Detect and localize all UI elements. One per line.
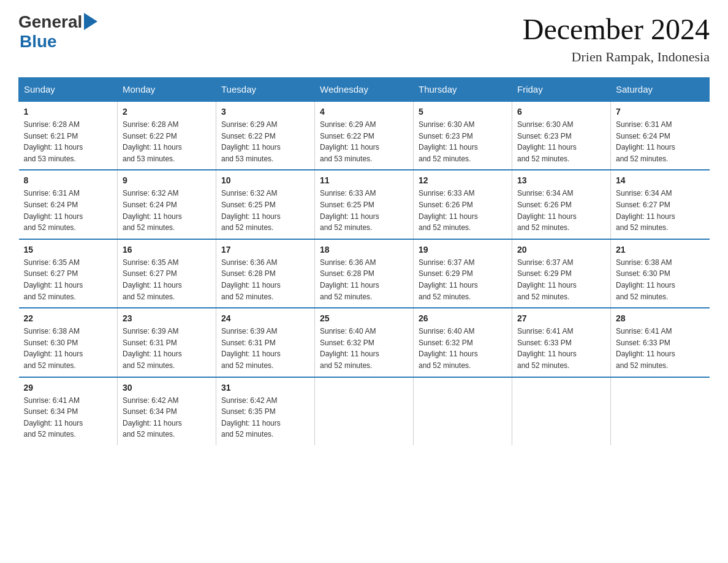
day-cell [414,377,512,445]
day-cell: 22 Sunrise: 6:38 AM Sunset: 6:30 PM Dayl… [19,308,118,377]
day-cell: 30 Sunrise: 6:42 AM Sunset: 6:34 PM Dayl… [118,377,216,445]
day-info: Sunrise: 6:28 AM Sunset: 6:22 PM Dayligh… [123,119,211,164]
day-info: Sunrise: 6:33 AM Sunset: 6:26 PM Dayligh… [419,188,507,233]
day-info: Sunrise: 6:40 AM Sunset: 6:32 PM Dayligh… [320,326,408,371]
day-info: Sunrise: 6:36 AM Sunset: 6:28 PM Dayligh… [320,257,408,302]
week-row-3: 15 Sunrise: 6:35 AM Sunset: 6:27 PM Dayl… [19,239,710,308]
day-number: 3 [221,107,309,117]
col-saturday: Saturday [611,78,710,102]
day-cell: 20 Sunrise: 6:37 AM Sunset: 6:29 PM Dayl… [512,239,611,308]
day-number: 1 [24,107,113,117]
day-info: Sunrise: 6:31 AM Sunset: 6:24 PM Dayligh… [616,119,705,164]
week-row-2: 8 Sunrise: 6:31 AM Sunset: 6:24 PM Dayli… [19,170,710,239]
day-info: Sunrise: 6:31 AM Sunset: 6:24 PM Dayligh… [24,188,113,233]
logo-arrow-icon [84,13,97,30]
day-info: Sunrise: 6:35 AM Sunset: 6:27 PM Dayligh… [24,257,113,302]
day-cell: 26 Sunrise: 6:40 AM Sunset: 6:32 PM Dayl… [414,308,512,377]
week-row-5: 29 Sunrise: 6:41 AM Sunset: 6:34 PM Dayl… [19,377,710,445]
day-number: 20 [517,245,605,255]
day-info: Sunrise: 6:42 AM Sunset: 6:35 PM Dayligh… [221,395,309,440]
day-cell: 29 Sunrise: 6:41 AM Sunset: 6:34 PM Dayl… [19,377,118,445]
day-number: 27 [517,313,605,323]
day-cell: 27 Sunrise: 6:41 AM Sunset: 6:33 PM Dayl… [512,308,611,377]
day-info: Sunrise: 6:39 AM Sunset: 6:31 PM Dayligh… [221,326,309,371]
day-cell [611,377,710,445]
day-info: Sunrise: 6:35 AM Sunset: 6:27 PM Dayligh… [123,257,211,302]
day-number: 28 [616,313,705,323]
day-info: Sunrise: 6:38 AM Sunset: 6:30 PM Dayligh… [24,326,113,371]
day-number: 7 [616,107,705,117]
month-title: December 2024 [523,12,710,46]
col-tuesday: Tuesday [216,78,315,102]
day-cell: 4 Sunrise: 6:29 AM Sunset: 6:22 PM Dayli… [315,101,414,170]
day-number: 10 [221,175,309,185]
col-thursday: Thursday [414,78,512,102]
day-number: 14 [616,175,705,185]
svg-marker-0 [84,13,97,30]
day-number: 21 [616,245,705,255]
day-info: Sunrise: 6:29 AM Sunset: 6:22 PM Dayligh… [320,119,408,164]
day-cell: 9 Sunrise: 6:32 AM Sunset: 6:24 PM Dayli… [118,170,216,239]
day-number: 2 [123,107,211,117]
day-info: Sunrise: 6:33 AM Sunset: 6:25 PM Dayligh… [320,188,408,233]
logo-general-text: General [18,12,82,32]
day-info: Sunrise: 6:41 AM Sunset: 6:33 PM Dayligh… [517,326,605,371]
day-info: Sunrise: 6:41 AM Sunset: 6:33 PM Dayligh… [616,326,705,371]
day-number: 24 [221,313,309,323]
day-cell: 17 Sunrise: 6:36 AM Sunset: 6:28 PM Dayl… [216,239,315,308]
day-number: 13 [517,175,605,185]
day-info: Sunrise: 6:38 AM Sunset: 6:30 PM Dayligh… [616,257,705,302]
logo: General Blue [18,12,97,52]
day-cell: 7 Sunrise: 6:31 AM Sunset: 6:24 PM Dayli… [611,101,710,170]
day-number: 6 [517,107,605,117]
day-number: 11 [320,175,408,185]
day-number: 30 [123,383,211,393]
day-cell: 18 Sunrise: 6:36 AM Sunset: 6:28 PM Dayl… [315,239,414,308]
day-info: Sunrise: 6:39 AM Sunset: 6:31 PM Dayligh… [123,326,211,371]
col-wednesday: Wednesday [315,78,414,102]
day-info: Sunrise: 6:29 AM Sunset: 6:22 PM Dayligh… [221,119,309,164]
day-info: Sunrise: 6:30 AM Sunset: 6:23 PM Dayligh… [517,119,605,164]
day-cell: 2 Sunrise: 6:28 AM Sunset: 6:22 PM Dayli… [118,101,216,170]
day-info: Sunrise: 6:32 AM Sunset: 6:24 PM Dayligh… [123,188,211,233]
day-number: 9 [123,175,211,185]
header-row: Sunday Monday Tuesday Wednesday Thursday… [19,78,710,102]
logo-blue-text: Blue [20,32,57,51]
title-block: December 2024 Drien Rampak, Indonesia [523,12,710,65]
col-monday: Monday [118,78,216,102]
day-number: 31 [221,383,309,393]
day-number: 19 [419,245,507,255]
day-info: Sunrise: 6:28 AM Sunset: 6:21 PM Dayligh… [24,119,113,164]
day-number: 16 [123,245,211,255]
day-number: 26 [419,313,507,323]
day-number: 12 [419,175,507,185]
day-cell: 1 Sunrise: 6:28 AM Sunset: 6:21 PM Dayli… [19,101,118,170]
day-info: Sunrise: 6:37 AM Sunset: 6:29 PM Dayligh… [517,257,605,302]
day-number: 4 [320,107,408,117]
day-number: 23 [123,313,211,323]
day-info: Sunrise: 6:37 AM Sunset: 6:29 PM Dayligh… [419,257,507,302]
day-cell: 24 Sunrise: 6:39 AM Sunset: 6:31 PM Dayl… [216,308,315,377]
day-cell: 11 Sunrise: 6:33 AM Sunset: 6:25 PM Dayl… [315,170,414,239]
day-number: 22 [24,313,113,323]
day-number: 15 [24,245,113,255]
day-cell: 31 Sunrise: 6:42 AM Sunset: 6:35 PM Dayl… [216,377,315,445]
calendar-table: Sunday Monday Tuesday Wednesday Thursday… [18,77,710,445]
day-cell: 16 Sunrise: 6:35 AM Sunset: 6:27 PM Dayl… [118,239,216,308]
page-header: General Blue December 2024 Drien Rampak,… [18,12,710,65]
day-number: 25 [320,313,408,323]
col-friday: Friday [512,78,611,102]
day-number: 8 [24,175,113,185]
day-number: 18 [320,245,408,255]
day-cell [512,377,611,445]
day-cell: 21 Sunrise: 6:38 AM Sunset: 6:30 PM Dayl… [611,239,710,308]
day-cell: 25 Sunrise: 6:40 AM Sunset: 6:32 PM Dayl… [315,308,414,377]
day-info: Sunrise: 6:34 AM Sunset: 6:26 PM Dayligh… [517,188,605,233]
day-info: Sunrise: 6:32 AM Sunset: 6:25 PM Dayligh… [221,188,309,233]
day-info: Sunrise: 6:30 AM Sunset: 6:23 PM Dayligh… [419,119,507,164]
day-info: Sunrise: 6:41 AM Sunset: 6:34 PM Dayligh… [24,395,113,440]
day-number: 29 [24,383,113,393]
day-cell: 8 Sunrise: 6:31 AM Sunset: 6:24 PM Dayli… [19,170,118,239]
day-cell [315,377,414,445]
col-sunday: Sunday [19,78,118,102]
